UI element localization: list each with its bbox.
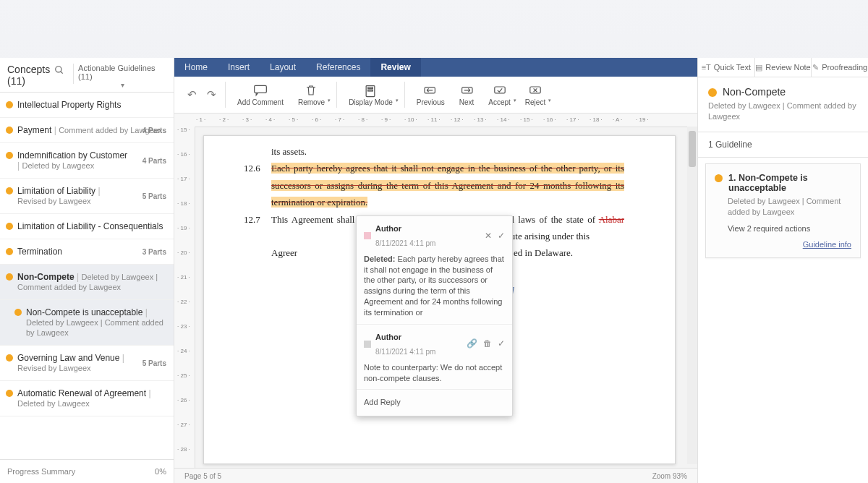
- parts-badge: 4 Parts: [142, 127, 166, 134]
- tab-review-note[interactable]: ▤Review Note: [754, 58, 812, 77]
- concept-item[interactable]: Limitation of Liability - Consequentials: [0, 214, 174, 239]
- concepts-list: Intellectual Property Rights Payment | C…: [0, 93, 174, 459]
- tab-proofreading[interactable]: ✎Proofreading: [811, 58, 868, 77]
- parts-badge: 3 Parts: [142, 248, 166, 256]
- concept-item[interactable]: Limitation of Liability | Revised by Law…: [0, 179, 174, 214]
- status-dot-icon: [6, 273, 13, 281]
- concepts-title: Concepts (11): [7, 64, 50, 87]
- editor-area: Home Insert Layout References Review ↶ ↷…: [174, 58, 697, 483]
- concept-meta: Revised by Lawgeex: [17, 364, 91, 372]
- svg-rect-5: [368, 90, 373, 91]
- note-icon: ▤: [755, 63, 762, 72]
- trash-icon[interactable]: 🗑: [483, 336, 492, 352]
- comment-author: Author: [375, 330, 435, 345]
- document-viewport: · 1 · · 2 · · 3 · · 4 · · 5 · · 6 · · 7 …: [174, 114, 697, 483]
- link-icon[interactable]: 🔗: [467, 336, 477, 352]
- review-toolbar: ↶ ↷ Add Comment Remove Display Mode: [174, 77, 697, 114]
- guideline-card[interactable]: 1. Non-Compete is unacceptable Deleted b…: [705, 163, 861, 258]
- status-dot-icon: [6, 101, 13, 108]
- comment-time: 8/11/2021 4:11 pm: [375, 346, 435, 359]
- undo-redo: ↶ ↷: [183, 88, 221, 101]
- comment-deleted-section: Author 8/11/2021 4:11 pm ✕ ✓ Deleted: Ea…: [357, 216, 512, 325]
- guidelines-dropdown[interactable]: Actionable Guidelines (11) ▾: [78, 64, 166, 89]
- tab-quick-text[interactable]: ≡TQuick Text: [698, 58, 754, 77]
- search-icon[interactable]: [50, 64, 69, 77]
- progress-summary[interactable]: Progress Summary 0%: [0, 459, 174, 483]
- svg-rect-8: [494, 87, 504, 93]
- accept-icon[interactable]: ✓: [498, 228, 505, 244]
- clause-number: 12.7: [244, 211, 264, 262]
- display-mode-button[interactable]: Display Mode: [341, 84, 400, 106]
- concept-item[interactable]: Payment | Comment added by Lawgeex 4 Par…: [0, 118, 174, 143]
- svg-point-0: [56, 67, 61, 72]
- concept-name: Automatic Renewal of Agreement: [17, 388, 146, 398]
- reject-icon: [528, 84, 542, 97]
- guideline-info-link[interactable]: Guideline info: [803, 240, 851, 249]
- concept-name: Non-Compete is unacceptable: [26, 307, 142, 317]
- separator: [225, 82, 226, 108]
- page-indicator: Page 5 of 5: [184, 472, 221, 480]
- accept-icon[interactable]: ✓: [498, 336, 505, 352]
- comment-text: Note to counterparty: We do not accept n…: [364, 362, 505, 384]
- concept-meta: Deleted by Lawgeex: [17, 399, 90, 408]
- status-dot-icon: [708, 88, 717, 97]
- zoom-indicator[interactable]: Zoom 93%: [652, 472, 687, 480]
- concept-meta: Deleted by Lawgeex | Comment added by La…: [708, 101, 858, 123]
- scrollbar-thumb[interactable]: [689, 131, 696, 167]
- close-icon[interactable]: ✕: [485, 228, 492, 244]
- author-color-icon: [364, 341, 371, 348]
- text-fragment: its assets.: [271, 143, 624, 160]
- status-dot-icon: [6, 152, 13, 159]
- redo-button[interactable]: ↷: [207, 88, 216, 101]
- tab-references[interactable]: References: [306, 58, 370, 77]
- accept-change-button[interactable]: Accept: [481, 84, 518, 106]
- concept-subitem[interactable]: Non-Compete is unacceptable | Deleted by…: [0, 300, 174, 346]
- remove-comment-button[interactable]: Remove: [291, 84, 332, 106]
- status-dot-icon: [6, 223, 13, 230]
- clause-text: Agreer: [271, 247, 297, 258]
- concept-item[interactable]: Intellectual Property Rights: [0, 93, 174, 118]
- concept-item-selected[interactable]: Non-Compete | Deleted by Lawgeex | Comme…: [0, 265, 174, 300]
- svg-rect-4: [368, 87, 373, 89]
- tab-layout[interactable]: Layout: [260, 58, 306, 77]
- svg-line-1: [61, 72, 63, 74]
- comment-popover: Author 8/11/2021 4:11 pm ✕ ✓ Deleted: Ea…: [356, 215, 513, 416]
- concept-item[interactable]: Termination 3 Parts: [0, 239, 174, 265]
- add-reply-button[interactable]: Add Reply: [364, 398, 401, 406]
- guideline-title: 1. Non-Compete is unacceptable: [715, 173, 851, 193]
- concept-item[interactable]: Automatic Renewal of Agreement | Deleted…: [0, 381, 174, 416]
- status-dot-icon: [6, 127, 13, 134]
- concept-name: Non-Compete: [17, 272, 75, 282]
- vertical-ruler: · 15 ·· 16 ·· 17 ·· 18 ·· 19 ·· 20 ·· 21…: [174, 127, 195, 483]
- undo-button[interactable]: ↶: [187, 88, 197, 101]
- clause-12-6: 12.6 Each party hereby agrees that it sh…: [244, 160, 624, 210]
- add-reply-section: Add Reply: [357, 390, 512, 416]
- tab-insert[interactable]: Insert: [218, 58, 260, 77]
- previous-change-button[interactable]: Previous: [409, 84, 452, 106]
- vertical-scrollbar[interactable]: [687, 127, 697, 464]
- add-comment-button[interactable]: Add Comment: [230, 84, 291, 106]
- comment-icon: [253, 84, 268, 97]
- deleted-word: Alabar: [599, 214, 624, 225]
- status-dot-icon: [715, 174, 723, 182]
- separator: [404, 82, 405, 108]
- view-actions-link[interactable]: View 2 required actions: [728, 224, 851, 233]
- separator: [336, 82, 337, 108]
- tab-review[interactable]: Review: [370, 58, 420, 77]
- comment-time: 8/11/2021 4:11 pm: [375, 237, 435, 250]
- horizontal-ruler: · 1 · · 2 · · 3 · · 4 · · 5 · · 6 · · 7 …: [174, 114, 697, 127]
- guideline-meta: Deleted by Lawgeex | Comment added by La…: [728, 196, 851, 218]
- concept-item[interactable]: Indemnification by Customer | Deleted by…: [0, 143, 174, 179]
- reject-change-button[interactable]: Reject: [518, 84, 553, 106]
- divider: [73, 64, 74, 84]
- tab-home[interactable]: Home: [174, 58, 218, 77]
- svg-rect-2: [255, 85, 267, 93]
- concept-meta: Deleted by Lawgeex: [22, 161, 94, 170]
- document-icon: [363, 84, 378, 97]
- concept-meta: Revised by Lawgeex: [17, 197, 91, 205]
- document-page[interactable]: its assets. 12.6 Each party hereby agree…: [203, 135, 676, 464]
- right-tabs: ≡TQuick Text ▤Review Note ✎Proofreading: [698, 58, 868, 77]
- concept-name: Limitation of Liability - Consequentials: [17, 221, 166, 231]
- concept-item[interactable]: Governing Law and Venue | Revised by Law…: [0, 346, 174, 381]
- next-change-button[interactable]: Next: [452, 84, 482, 106]
